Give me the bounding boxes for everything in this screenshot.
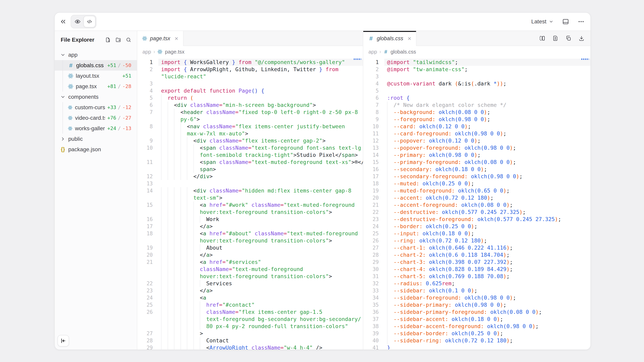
tree-folder-app[interactable]: app — [55, 49, 137, 60]
code-line[interactable]: 3 — [363, 73, 590, 80]
close-icon[interactable]: × — [174, 35, 178, 42]
new-file-button[interactable] — [105, 37, 111, 43]
code-line[interactable]: 17--secondary-foreground: oklch(0.98 0 0… — [363, 173, 590, 180]
breadcrumb-folder[interactable]: app — [368, 49, 377, 55]
code-line[interactable]: 18--muted: oklch(0.25 0 0); — [363, 180, 590, 187]
code-line[interactable]: 24--border: oklch(0.25 0 0); — [363, 223, 590, 230]
code-line[interactable]: 4export default function Page() { — [137, 87, 363, 94]
code-line[interactable]: 26--ring: oklch(0.72 0.12 180); — [363, 237, 590, 244]
code-line[interactable]: 20</a> — [137, 251, 363, 259]
split-view-button[interactable] — [539, 35, 545, 41]
code-line[interactable]: py-6"> — [137, 116, 363, 123]
new-folder-button[interactable] — [116, 37, 121, 43]
code-line[interactable]: 27--chart-1: oklch(0.646 0.222 41.116); — [363, 244, 590, 251]
code-line[interactable]: 10--card: oklch(0.12 0 0); — [363, 123, 590, 130]
code-line[interactable]: 14<div className="hidden md:flex items-c… — [137, 187, 363, 194]
code-toggle-button[interactable] — [84, 16, 96, 27]
search-button[interactable] — [126, 37, 131, 43]
more-options-button[interactable] — [578, 18, 584, 25]
code-line[interactable]: 19--muted-foreground: oklch(0.65 0 0); — [363, 187, 590, 194]
code-line[interactable]: max-w-7xl mx-auto"> — [137, 130, 363, 137]
code-line[interactable]: hover:text-foreground transition-colors"… — [137, 273, 363, 280]
tree-file-custom-curs-[interactable]: custom-curs…+33/-12 — [55, 102, 137, 113]
code-line[interactable]: 23</a> — [137, 287, 363, 294]
code-line[interactable]: 29--chart-3: oklch(0.398 0.07 227.392); — [363, 259, 590, 266]
tree-file-works-galler-[interactable]: works-galler…+24/-13 — [55, 123, 137, 134]
tree-file-video-card.tsx[interactable]: video-card.tsx+76/-27 — [55, 113, 137, 123]
code-line[interactable]: font-semibold tracking-tight">Studio Pix… — [137, 151, 363, 159]
code-line[interactable]: 13--popover-foreground: oklch(0.98 0 0); — [363, 144, 590, 151]
code-line[interactable]: 26className="flex items-center gap-1.5 — [137, 309, 363, 316]
code-line[interactable]: 7<header className="fixed top-0 left-0 r… — [137, 109, 363, 116]
code-line[interactable]: 15--primary-foreground: oklch(0.08 0 0); — [363, 159, 590, 166]
code-line[interactable]: 8--background: oklch(0.08 0 0); — [363, 109, 590, 116]
code-line[interactable]: 9<div className="flex items-center gap-2… — [137, 137, 363, 144]
code-line[interactable]: className="text-muted-foreground — [137, 266, 363, 273]
file-diff-button[interactable] — [552, 35, 558, 41]
code-line[interactable]: 32--radius: 0.625rem; — [363, 280, 590, 287]
code-line[interactable]: 19About — [137, 244, 363, 251]
code-line[interactable]: 11--card-foreground: oklch(0.98 0 0); — [363, 130, 590, 137]
code-line[interactable]: 12</div> — [137, 173, 363, 180]
code-line[interactable]: 22--destructive: oklch(0.577 0.245 27.32… — [363, 209, 590, 216]
code-line[interactable]: 38--sidebar-accent-foreground: oklch(0.9… — [363, 323, 590, 330]
download-button[interactable] — [578, 35, 584, 41]
code-line[interactable]: span> — [137, 166, 363, 173]
code-line[interactable]: 28--chart-2: oklch(0.6 0.118 184.704); — [363, 251, 590, 259]
code-line[interactable]: 6<div className="min-h-screen bg-backgro… — [137, 101, 363, 109]
code-editor-globals-css[interactable]: 1@import "tailwindcss";2@import "tw-anim… — [363, 57, 590, 350]
code-line[interactable]: 80 px-4 py-2 rounded-full transition-col… — [137, 323, 363, 330]
code-line[interactable]: 7/* New dark elegant color scheme */ — [363, 101, 590, 109]
code-line[interactable]: 1@import "tailwindcss"; — [363, 59, 590, 66]
code-line[interactable]: hover:text-foreground transition-colors"… — [137, 209, 363, 216]
tree-file-package.json[interactable]: {}package.json — [55, 144, 137, 155]
code-line[interactable]: 17</a> — [137, 223, 363, 230]
code-line[interactable]: 31--chart-5: oklch(0.769 0.188 70.08); — [363, 273, 590, 280]
breadcrumb-file[interactable]: page.tsx — [165, 49, 184, 55]
code-line[interactable]: 6:root { — [363, 94, 590, 101]
code-line[interactable]: 11<span className="text-muted-foreground… — [137, 159, 363, 166]
code-line[interactable]: 35--sidebar-primary: oklch(0.98 0 0); — [363, 301, 590, 309]
code-line[interactable]: 39--sidebar-border: oklch(0.25 0 0); — [363, 330, 590, 337]
code-line[interactable]: 9--foreground: oklch(0.98 0 0); — [363, 116, 590, 123]
tree-file-page.tsx[interactable]: page.tsx+81/-28 — [55, 81, 137, 92]
preview-toggle-button[interactable] — [72, 16, 84, 27]
tree-file-layout.tsx[interactable]: layout.tsx+51 — [55, 70, 137, 81]
code-line[interactable]: 29<ArrowUpRight className="w-4 h-4" /> — [137, 344, 363, 350]
tree-folder-public[interactable]: public — [55, 134, 137, 144]
code-line[interactable]: 16Work — [137, 216, 363, 223]
code-line[interactable]: 30--chart-4: oklch(0.828 0.189 84.429); — [363, 266, 590, 273]
collapse-panel-button[interactable] — [58, 335, 69, 347]
code-line[interactable]: 14--primary: oklch(0.98 0 0); — [363, 151, 590, 159]
code-line[interactable]: 23--destructive-foreground: oklch(0.577 … — [363, 216, 590, 223]
version-dropdown[interactable]: Latest — [531, 18, 554, 25]
code-line[interactable]: 36--sidebar-primary-foreground: oklch(0.… — [363, 309, 590, 316]
code-line[interactable]: 27> — [137, 330, 363, 337]
breadcrumb-folder[interactable]: app — [142, 49, 151, 55]
code-line[interactable]: 4@custom-variant dark (&:is(.dark *)); — [363, 80, 590, 87]
code-line[interactable]: 2@import "tw-animate-css"; — [363, 66, 590, 73]
code-line[interactable]: 12--popover: oklch(0.12 0 0); — [363, 137, 590, 144]
code-line[interactable]: 34--sidebar-foreground: oklch(0.98 0 0); — [363, 294, 590, 301]
code-line[interactable]: 37--sidebar-accent: oklch(0.18 0 0); — [363, 316, 590, 323]
code-line[interactable]: 41} — [363, 344, 590, 350]
code-line[interactable]: 25href="#contact" — [137, 301, 363, 309]
code-line[interactable]: 18<a href="#about" className="text-muted… — [137, 230, 363, 237]
code-line[interactable]: 10<span className="text-foreground font-… — [137, 144, 363, 151]
code-line[interactable]: 22Services — [137, 280, 363, 287]
code-line[interactable]: 16--secondary: oklch(0.18 0 0); — [363, 166, 590, 173]
code-line[interactable]: 15<a href="#work" className="text-muted-… — [137, 201, 363, 209]
breadcrumb-file[interactable]: globals.css — [390, 49, 416, 55]
panel-layout-button[interactable] — [562, 18, 569, 25]
code-line[interactable]: 21--accent-foreground: oklch(0.08 0 0); — [363, 201, 590, 209]
code-line[interactable]: 5 — [363, 87, 590, 94]
code-line[interactable]: 24<a — [137, 294, 363, 301]
code-line[interactable]: hover:text-foreground transition-colors"… — [137, 237, 363, 244]
code-line[interactable]: 2import { ArrowUpRight, Github, Linkedin… — [137, 66, 363, 73]
code-line[interactable]: "lucide-react" — [137, 73, 363, 80]
code-line[interactable]: 1import { WorksGallery } from "@/compone… — [137, 59, 363, 66]
sidebar-collapse-button[interactable] — [60, 18, 67, 25]
code-line[interactable]: text-sm"> — [137, 194, 363, 201]
code-line[interactable]: 5return ( — [137, 94, 363, 101]
code-line[interactable]: 40--sidebar-ring: oklch(0.72 0.12 180); — [363, 337, 590, 344]
